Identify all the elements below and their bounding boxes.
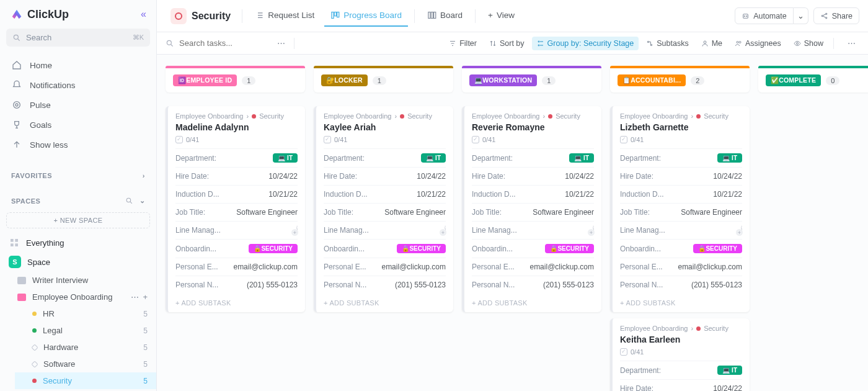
- nav-notifications[interactable]: Notifications: [0, 75, 156, 95]
- sidebar-list-security[interactable]: Security5: [15, 372, 156, 389]
- add-subtask-button[interactable]: ADD SUBTASK: [613, 294, 750, 312]
- favorites-section[interactable]: FAVORITES ›: [0, 163, 156, 183]
- everything-row[interactable]: Everything: [0, 233, 156, 252]
- board-column: 📋ACCOUNTABI...2Employee Onboarding›Secur…: [610, 66, 750, 391]
- subtasks-button[interactable]: Subtasks: [641, 37, 693, 50]
- view-tab-progress-board[interactable]: Progress Board: [324, 5, 408, 27]
- pulse-icon: [11, 99, 22, 110]
- svg-point-28: [739, 41, 741, 43]
- search-tasks[interactable]: [166, 38, 266, 48]
- column-header[interactable]: 📋ACCOUNTABI...2: [610, 68, 750, 92]
- group-button[interactable]: Group by: Security Stage: [532, 37, 639, 50]
- sidebar-list-hr[interactable]: HR5: [15, 305, 156, 322]
- list-icon: [31, 361, 38, 367]
- svg-line-1: [18, 38, 20, 40]
- column-header[interactable]: 🔐LOCKER1: [314, 68, 453, 92]
- field-row: Personal N...(201) 555-0123: [175, 276, 298, 294]
- add-subtask-button[interactable]: ADD SUBTASK: [316, 294, 453, 312]
- department-tag: 💻 IT: [273, 153, 298, 163]
- plus-icon[interactable]: +: [143, 292, 148, 302]
- sidebar-list-legal[interactable]: Legal5: [15, 322, 156, 339]
- svg-point-2: [16, 104, 18, 106]
- toolbar-overflow-icon[interactable]: ⋯: [844, 36, 859, 50]
- search-kbd: ⌘K: [133, 34, 144, 42]
- me-button[interactable]: Me: [696, 37, 727, 50]
- svg-point-26: [704, 41, 706, 43]
- column-header[interactable]: 🆔EMPLOYEE ID1: [166, 68, 305, 92]
- add-subtask-button[interactable]: ADD SUBTASK: [464, 294, 601, 312]
- assignee-empty-icon[interactable]: [741, 225, 742, 235]
- column-header[interactable]: 💻WORKSTATION1: [462, 68, 601, 92]
- assignees-button[interactable]: Assignees: [730, 37, 786, 50]
- board-column: 🔐LOCKER1Employee Onboarding›SecurityKayl…: [314, 66, 453, 318]
- toolbar: ⋯ Filter Sort by Group by: Security Stag…: [157, 32, 868, 55]
- field-row: Personal N...(201) 555-0123: [324, 276, 446, 294]
- space-row[interactable]: S Space: [0, 252, 156, 272]
- stage-tag: 🔒SECURITY: [545, 244, 594, 253]
- new-space-button[interactable]: + NEW SPACE: [6, 212, 150, 228]
- search-icon: [12, 34, 21, 42]
- share-icon: [820, 12, 828, 20]
- breadcrumb[interactable]: Security: [166, 6, 236, 27]
- svg-rect-14: [431, 12, 433, 19]
- subtask-counter: 0/41: [324, 136, 446, 143]
- svg-point-19: [822, 15, 823, 16]
- task-card[interactable]: Employee Onboarding›SecurityLizbeth Garn…: [610, 106, 750, 312]
- department-tag: 💻 IT: [717, 153, 742, 163]
- assignee-empty-icon[interactable]: [445, 225, 446, 235]
- svg-rect-11: [334, 12, 336, 16]
- field-row: Department:💻 IT: [324, 148, 446, 167]
- field-row: Induction D...10/21/22: [620, 185, 742, 203]
- folder-writer-interview[interactable]: Writer Interview: [7, 272, 156, 289]
- nav-pulse[interactable]: Pulse: [0, 95, 156, 115]
- nav-goals[interactable]: Goals: [0, 115, 156, 135]
- grid-icon: [9, 237, 20, 248]
- column-header[interactable]: ✅COMPLETE0: [758, 68, 868, 92]
- status-dot-icon: [548, 114, 552, 119]
- spaces-section[interactable]: SPACES ⌄: [0, 188, 156, 209]
- robot-icon: [742, 12, 750, 20]
- stage-tag: 🔒SECURITY: [693, 244, 742, 253]
- svg-rect-12: [337, 12, 339, 17]
- view-tab-board[interactable]: Board: [421, 5, 469, 27]
- column-count: 2: [691, 76, 704, 85]
- field-row: Personal N...(201) 555-0123: [472, 276, 594, 294]
- filter-button[interactable]: Filter: [444, 37, 482, 50]
- svg-point-0: [14, 35, 18, 39]
- logo[interactable]: ClickUp: [10, 7, 69, 21]
- sidebar-list-software[interactable]: Software5: [15, 356, 156, 372]
- more-icon[interactable]: ⋯: [131, 292, 139, 302]
- share-button[interactable]: Share: [813, 7, 859, 24]
- add-subtask-button[interactable]: ADD SUBTASK: [168, 294, 305, 312]
- sort-button[interactable]: Sort by: [484, 37, 529, 50]
- board-icon: [330, 11, 340, 20]
- assignee-empty-icon[interactable]: [296, 225, 298, 235]
- task-card[interactable]: Employee Onboarding›SecurityReverie Roma…: [462, 106, 601, 312]
- field-row: Department:💻 IT: [472, 148, 594, 167]
- show-button[interactable]: Show: [789, 37, 828, 50]
- field-row: Onboardin...🔒SECURITY: [324, 239, 446, 258]
- chevron-down-icon[interactable]: ⌄: [140, 197, 146, 205]
- field-row: Hire Date:10/24/22: [175, 167, 298, 185]
- nav-home[interactable]: Home: [0, 55, 156, 75]
- sidebar-list-hardware[interactable]: Hardware5: [15, 339, 156, 356]
- view-tab-request-list[interactable]: Request List: [249, 5, 321, 27]
- task-card[interactable]: Employee Onboarding›SecurityMadeline Ada…: [166, 106, 305, 312]
- nav-showless[interactable]: Show less: [0, 135, 156, 155]
- automate-dropdown[interactable]: ⌄: [794, 7, 808, 24]
- task-card[interactable]: Employee Onboarding›SecurityKeitha Earle…: [610, 318, 750, 391]
- collapse-sidebar-icon[interactable]: «: [141, 9, 146, 20]
- add-view-button[interactable]: + View: [482, 5, 521, 27]
- svg-point-27: [737, 41, 738, 43]
- assignee-empty-icon[interactable]: [593, 225, 594, 235]
- folder-employee-onboarding[interactable]: Employee Onboarding ⋯ +: [7, 289, 156, 305]
- task-card[interactable]: Employee Onboarding›SecurityKaylee Ariah…: [314, 106, 453, 312]
- search-tasks-input[interactable]: [179, 38, 266, 48]
- sidebar-search[interactable]: Search ⌘K: [6, 29, 150, 47]
- svg-rect-7: [15, 239, 18, 242]
- toolbar-more-icon[interactable]: ⋯: [273, 36, 289, 50]
- automate-button[interactable]: Automate: [735, 7, 794, 24]
- card-title: Lizbeth Garnette: [620, 122, 742, 132]
- field-row: Job Title:Software Engineer: [324, 203, 446, 221]
- search-spaces-icon[interactable]: [125, 197, 133, 205]
